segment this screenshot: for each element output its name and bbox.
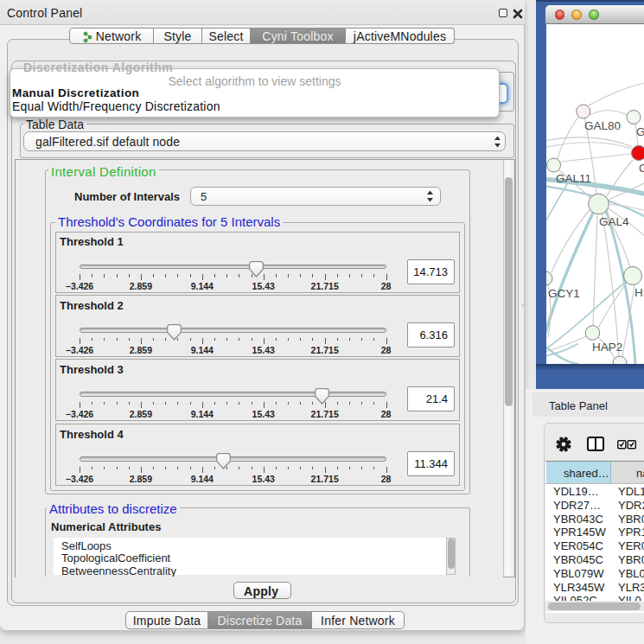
svg-text:GCY1: GCY1 [548, 287, 580, 300]
svg-text:GAL4: GAL4 [599, 215, 629, 228]
svg-text:H: H [634, 286, 643, 299]
svg-text:GA: GA [636, 125, 644, 138]
svg-text:HAP2: HAP2 [592, 341, 622, 354]
svg-text:GAL11: GAL11 [556, 172, 591, 185]
svg-text:GAL80: GAL80 [584, 119, 621, 132]
svg-text:G: G [639, 162, 644, 175]
